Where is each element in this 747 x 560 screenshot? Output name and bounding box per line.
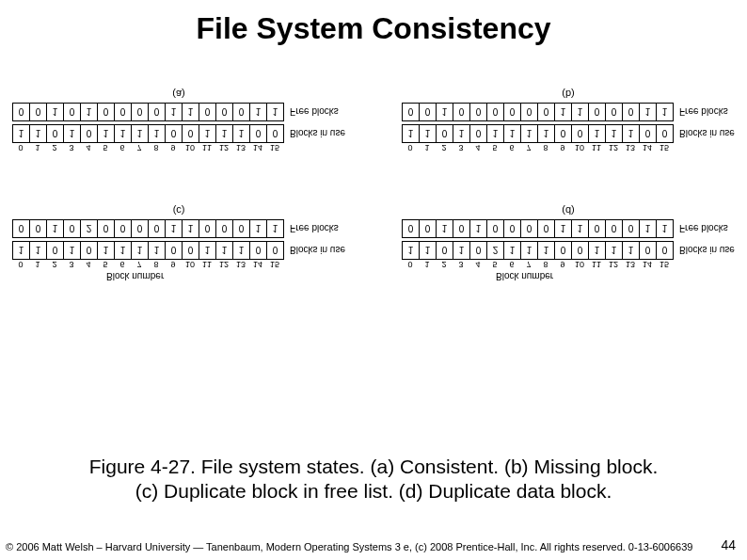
free-blocks-row: 0010100001100011Free blocks [12, 103, 339, 121]
cell: 1 [589, 242, 606, 259]
cell: 0 [470, 242, 487, 259]
cell: 1 [504, 125, 521, 142]
index-num: 0 [402, 143, 419, 152]
cell: 0 [487, 104, 504, 120]
cell: 0 [437, 125, 453, 142]
index-num: 8 [148, 143, 165, 152]
cell: 1 [640, 220, 657, 237]
cell: 1 [250, 104, 267, 120]
cell: 0 [623, 220, 640, 237]
panel-label: (d) [562, 205, 574, 216]
free-blocks-row: 0010000001100011Free blocks [402, 103, 728, 121]
cell: 1 [115, 125, 132, 142]
index-num: 15 [266, 143, 283, 152]
index-num: 3 [63, 260, 80, 269]
row-label-free: Free blocks [679, 224, 728, 234]
cell: 1 [538, 125, 555, 142]
panel-column: Block number0123456789101112131415110101… [12, 85, 345, 283]
cell: 1 [589, 125, 606, 142]
cell: 1 [606, 125, 623, 142]
cell: 0 [47, 242, 64, 259]
index-num: 13 [232, 143, 249, 152]
index-num: 5 [97, 143, 114, 152]
cell: 1 [504, 242, 521, 259]
cell: 0 [233, 104, 250, 120]
cell: 0 [504, 104, 521, 120]
figure-caption: Figure 4-27. File system states. (a) Con… [0, 455, 747, 504]
cell: 1 [657, 220, 674, 237]
cell: 0 [606, 104, 623, 120]
index-row: 0123456789101112131415 [12, 260, 283, 269]
cell: 1 [149, 242, 166, 259]
cell: 0 [81, 125, 98, 142]
index-num: 15 [656, 260, 673, 269]
index-row: 0123456789101112131415 [402, 143, 673, 152]
index-num: 2 [436, 260, 453, 269]
cell: 1 [572, 220, 589, 237]
block-number-caption: Block number [496, 271, 553, 281]
cell-row: 0010200001100011 [12, 219, 284, 238]
cell: 1 [623, 242, 640, 259]
cell: 0 [640, 125, 657, 142]
index-num: 1 [29, 260, 46, 269]
cell: 1 [453, 125, 470, 142]
cell: 1 [183, 104, 199, 120]
cell: 1 [166, 104, 183, 120]
cell: 0 [623, 104, 640, 120]
index-num: 14 [249, 260, 266, 269]
cell: 1 [13, 125, 30, 142]
cell: 0 [504, 220, 521, 237]
cell: 1 [115, 242, 132, 259]
cell-row: 0010000001100011 [402, 103, 674, 121]
index-num: 3 [453, 143, 469, 152]
cell: 0 [403, 220, 420, 237]
cell: 0 [521, 104, 538, 120]
row-label-free: Free blocks [290, 224, 339, 234]
cell: 0 [81, 242, 98, 259]
row-label-use: Blocks in use [290, 129, 345, 139]
index-num: 9 [554, 143, 571, 152]
cell: 1 [403, 125, 420, 142]
cell: 0 [47, 125, 64, 142]
cell: 1 [538, 242, 555, 259]
cell: 1 [47, 220, 64, 237]
cell-row: 1101011110011100 [12, 124, 284, 143]
index-num: 6 [114, 260, 131, 269]
cell: 1 [64, 242, 81, 259]
cell: 0 [267, 242, 284, 259]
panel-label: (b) [562, 88, 574, 100]
index-num: 15 [266, 260, 283, 269]
index-num: 11 [588, 143, 605, 152]
index-num: 7 [520, 260, 537, 269]
index-num: 14 [249, 143, 266, 152]
cell: 0 [132, 220, 149, 237]
index-num: 4 [80, 260, 97, 269]
panel-c: Block number0123456789101112131415110101… [12, 201, 345, 283]
cell: 1 [657, 104, 674, 120]
cell: 1 [572, 104, 589, 120]
row-label-use: Blocks in use [679, 246, 735, 256]
page-number: 44 [721, 537, 736, 552]
index-num: 12 [605, 143, 622, 152]
panel-column: Block number0123456789101112131415110102… [402, 85, 735, 283]
index-num: 15 [656, 143, 673, 152]
cell: 0 [521, 220, 538, 237]
index-num: 4 [80, 143, 97, 152]
cell: 1 [216, 125, 233, 142]
cell: 1 [267, 104, 284, 120]
cell: 1 [403, 242, 420, 259]
blocks-in-use-row: 1101011110011100Blocks in use [12, 241, 345, 260]
cell: 0 [216, 220, 233, 237]
cell: 0 [64, 220, 81, 237]
cell: 0 [30, 220, 47, 237]
panel-a: 01234567891011121314151101011110011100Bl… [12, 85, 345, 154]
index-num: 1 [419, 260, 436, 269]
index-num: 11 [199, 260, 215, 269]
cell: 1 [606, 242, 623, 259]
cell: 1 [437, 104, 453, 120]
index-num: 13 [622, 143, 639, 152]
cell: 0 [555, 125, 572, 142]
cell: 0 [640, 242, 657, 259]
cell: 1 [521, 242, 538, 259]
cell: 1 [216, 242, 233, 259]
